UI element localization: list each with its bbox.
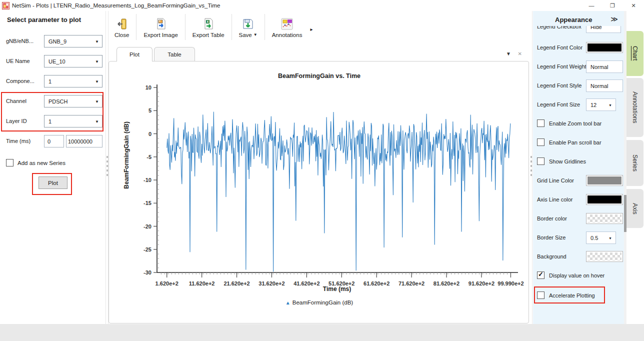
svg-text:10: 10	[146, 84, 152, 90]
gnb-select[interactable]: GNB_9 ▼	[44, 35, 102, 48]
legend-font-color-row: Legend Font Color	[533, 42, 624, 54]
tab-table[interactable]: Table	[154, 47, 195, 62]
component-label: Compone...	[6, 78, 34, 84]
legend-checkbox-select[interactable]: Hide	[586, 26, 621, 33]
time-to-input[interactable]: 10000000	[66, 135, 102, 148]
tab-annotations[interactable]: Annotations	[626, 78, 644, 137]
border-size-select[interactable]: 0.5 ▼	[586, 232, 616, 244]
legend-label: BeamFormingGain (dB)	[292, 300, 353, 306]
legend-font-weight-select[interactable]: Normal	[586, 60, 623, 73]
export-table-button[interactable]: X Export Table	[186, 11, 230, 43]
add-series-checkbox[interactable]	[6, 159, 14, 166]
toolbar-separator	[185, 14, 186, 40]
chevron-down-icon: ▼	[95, 100, 99, 104]
chart-title: BeamFormingGain vs. Time	[113, 72, 526, 80]
enable-pan-checkbox[interactable]	[537, 138, 544, 146]
toolbar-separator	[232, 14, 232, 40]
tab-axis[interactable]: Axis	[626, 189, 644, 228]
ue-select[interactable]: UE_10 ▼	[44, 55, 102, 68]
panel-close-icon[interactable]: ✕	[518, 51, 522, 56]
x-axis-label: Time (ms)	[157, 286, 517, 292]
close-window-button[interactable]: ✕	[623, 0, 644, 11]
bottom-strip	[0, 324, 644, 341]
time-label: Time (ms)	[6, 138, 30, 144]
legend-font-style-row: Legend Font Style Normal	[533, 80, 624, 92]
chart-legend: ▲BeamFormingGain (dB)	[113, 300, 526, 306]
ue-label: UE Name	[6, 58, 30, 64]
chevron-down-icon: ▼	[608, 104, 612, 107]
gnb-row: gNB/eNB... GNB_9 ▼	[0, 35, 106, 48]
plot-tabrow: Plot Table ▼ ✕	[108, 47, 530, 62]
svg-text:5: 5	[148, 108, 152, 114]
panel-collapse-icon[interactable]: ▼	[506, 51, 511, 56]
save-button[interactable]: Save ▼	[233, 11, 264, 43]
restore-button[interactable]: ❐	[602, 0, 623, 11]
enable-zoom-checkbox[interactable]	[537, 120, 544, 127]
export-table-icon: X	[202, 18, 215, 30]
chevron-down-icon: ▼	[95, 80, 99, 84]
accelerate-plotting-row: Accelerate Plotting	[537, 292, 595, 299]
right-tab-strip: Chart Annotations Series Axis	[626, 11, 644, 324]
plot-button[interactable]: Plot	[38, 176, 68, 189]
gnb-label: gNB/eNB...	[6, 38, 34, 44]
enable-pan-row: Enable Pan scroll bar	[537, 138, 602, 146]
tab-plot[interactable]: Plot	[116, 47, 152, 62]
main-area: Close Export Image X Export Table	[108, 11, 530, 324]
minimize-button[interactable]: —	[581, 0, 602, 11]
appearance-panel: Appearance ≫ Legend Checkbox Hide Legend…	[533, 11, 624, 324]
add-series-row: Add as new Series	[6, 159, 66, 166]
layer-row: Layer ID 1 ▼	[0, 115, 106, 128]
legend-font-style-select[interactable]: Normal	[586, 80, 623, 92]
legend-font-size-select[interactable]: 12 ▼	[586, 98, 616, 111]
chevron-down-icon: ▼	[95, 60, 99, 64]
legend-marker-icon: ▲	[286, 300, 290, 306]
title-bar: NetSim - Plots | LTENR_Radio_Measurement…	[0, 0, 644, 11]
accelerate-plotting-checkbox[interactable]	[537, 292, 544, 299]
svg-text:-10: -10	[144, 177, 152, 183]
axis-line-color-row: Axis Line color	[533, 194, 624, 206]
svg-text:0: 0	[148, 131, 152, 137]
legend-font-color-swatch[interactable]	[586, 42, 623, 53]
toolbar: Close Export Image X Export Table	[108, 11, 530, 43]
collapse-panel-icon[interactable]: ≫	[610, 15, 618, 23]
time-row: Time (ms) 0 10000000	[0, 135, 106, 148]
svg-text:-30: -30	[144, 270, 152, 276]
display-value-checkbox[interactable]	[537, 272, 544, 279]
sidebar-heading: Select parameter to plot	[7, 16, 81, 24]
export-image-button[interactable]: Export Image	[138, 11, 184, 43]
show-gridlines-row: Show Gridlines	[537, 158, 586, 165]
annotations-icon	[280, 18, 294, 30]
window-title: NetSim - Plots | LTENR_Radio_Measurement…	[12, 2, 220, 8]
border-color-swatch[interactable]	[586, 213, 623, 224]
layer-label: Layer ID	[6, 118, 27, 124]
channel-select[interactable]: PDSCH ▼	[44, 95, 102, 108]
svg-text:-25: -25	[144, 246, 152, 252]
save-icon	[242, 18, 254, 30]
parameter-sidebar: Select parameter to plot gNB/eNB... GNB_…	[0, 11, 106, 324]
layer-select[interactable]: 1 ▼	[44, 115, 102, 128]
legend-font-size-row: Legend Font Size 12 ▼	[533, 98, 624, 112]
close-plot-button[interactable]: Close	[108, 11, 135, 43]
grid-line-color-swatch[interactable]	[586, 175, 623, 186]
show-gridlines-checkbox[interactable]	[537, 158, 544, 165]
beamforminggain-chart[interactable]: 1050-5-10-15-20-25-301.620e+211.620e+221…	[113, 80, 526, 296]
legend-font-weight-row: Legend Font Weight Normal	[533, 60, 624, 74]
annotations-button[interactable]: Annotations	[266, 11, 308, 43]
plot-panel: BeamFormingGain vs. Time BeamFormingGain…	[108, 61, 529, 324]
svg-text:-5: -5	[146, 154, 152, 160]
component-select[interactable]: 1 ▼	[44, 75, 102, 88]
border-color-row: Border color	[533, 212, 624, 226]
legend-checkbox-row-clipped: Legend Checkbox Hide	[533, 26, 624, 34]
time-from-input[interactable]: 0	[44, 135, 64, 148]
svg-text:-15: -15	[144, 200, 152, 206]
toolbar-overflow-icon[interactable]: ▸	[308, 26, 314, 32]
chevron-down-icon: ▼	[95, 40, 99, 44]
toolbar-separator	[136, 14, 136, 40]
axis-line-color-swatch[interactable]	[586, 194, 623, 205]
add-series-label: Add as new Series	[18, 160, 66, 166]
tab-chart[interactable]: Chart	[626, 31, 644, 76]
export-image-icon	[154, 18, 168, 30]
toolbar-separator	[264, 14, 265, 40]
tab-series[interactable]: Series	[626, 140, 644, 186]
background-swatch[interactable]	[586, 251, 623, 262]
